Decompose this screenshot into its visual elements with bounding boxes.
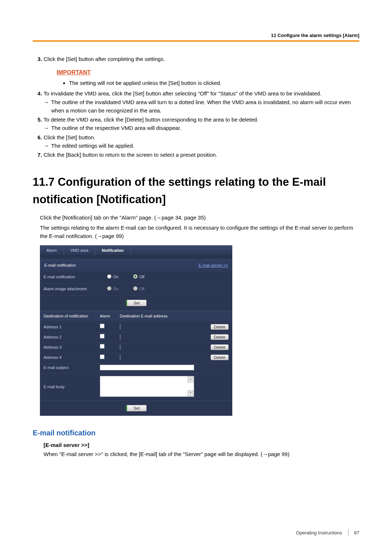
set-button[interactable]: Set	[126, 300, 147, 306]
radio-icon	[107, 286, 111, 291]
radio-off-label: Off	[139, 275, 144, 279]
step-5-result-text: The outline of the respective VMD area w…	[51, 124, 181, 132]
address-row-3: Address 3 Delete	[40, 342, 232, 352]
tab-vmd-area[interactable]: VMD area	[64, 245, 95, 256]
address-row-1: Address 1 Delete	[40, 322, 232, 332]
row-email-notification-value: On Off	[103, 272, 232, 282]
address-4-delete-button[interactable]: Delete	[211, 354, 229, 360]
tab-alarm[interactable]: Alarm	[40, 245, 64, 256]
important-bullets: The setting will not be applied unless t…	[69, 79, 359, 87]
section-intro-2: The settings relating to the alarm E-mai…	[40, 223, 359, 241]
arrow-icon: →	[44, 124, 51, 132]
arrow-icon: →	[156, 214, 162, 221]
dest-col-notification: Destination of notification	[44, 313, 100, 319]
step-6-result-text: The edited settings will be applied.	[51, 141, 134, 150]
footer-doc-title: Operating Instructions	[296, 530, 342, 535]
address-4-label: Address 4	[44, 354, 100, 361]
address-4-alarm-checkbox[interactable]	[100, 354, 105, 359]
step-4: To invalidate the VMD area, click the [S…	[44, 89, 359, 115]
email-server-desc: When "E-mail server >>" is clicked, the …	[44, 450, 359, 458]
dest-col-alarm: Alarm	[100, 313, 120, 319]
email-body-row: E-mail body ▲ ▼	[40, 373, 232, 400]
intro-1a: Click the [Notification] tab on the "Ala…	[40, 214, 156, 221]
radio-attach-off: Off	[133, 286, 144, 292]
section-heading: 11.7 Configuration of the settings relat…	[33, 173, 359, 208]
address-4-email-input[interactable]	[120, 355, 121, 360]
email-subject-input[interactable]	[100, 365, 194, 370]
email-body-textarea[interactable]: ▲ ▼	[100, 376, 194, 397]
address-2-label: Address 2	[44, 334, 100, 340]
step-list: Click the [Set] button after completing …	[33, 55, 359, 159]
address-3-delete-button[interactable]: Delete	[211, 344, 229, 350]
set-button[interactable]: Set	[126, 405, 147, 411]
scroll-up-icon[interactable]: ▲	[188, 377, 193, 382]
step-7: Click the [Back] button to return to the…	[44, 151, 359, 159]
row-email-notification-label: E-mail notification	[40, 271, 103, 283]
step-5-text: To delete the VMD area, click the [Delet…	[44, 116, 258, 123]
destination-header: Destination of notification Alarm Destin…	[40, 311, 232, 322]
radio-icon	[133, 274, 138, 279]
radio-email-off[interactable]: Off	[133, 274, 144, 280]
arrow-icon: →	[44, 98, 51, 106]
arrow-icon: →	[44, 141, 51, 150]
address-3-alarm-checkbox[interactable]	[100, 344, 105, 349]
important-heading: IMPORTANT	[57, 68, 359, 77]
step-6: Click the [Set] button. → The edited set…	[44, 133, 359, 150]
tab-row: Alarm VMD area Notification	[40, 245, 232, 256]
email-server-desc-a: When "E-mail server >>" is clicked, the …	[44, 451, 262, 457]
address-row-2: Address 2 Delete	[40, 332, 232, 342]
section-intro-1: Click the [Notification] tab on the "Ala…	[40, 213, 359, 222]
footer-divider	[348, 529, 348, 536]
email-server-title: [E-mail server >>]	[44, 441, 359, 449]
radio-icon	[133, 286, 138, 291]
radio-off-label-disabled: Off	[139, 287, 144, 291]
radio-on-label: On	[113, 275, 119, 279]
step-6-text: Click the [Set] button.	[44, 134, 95, 140]
step-7-text: Click the [Back] button to return to the…	[44, 152, 217, 158]
row-alarm-image-attachment: Alarm image attachment On Off	[40, 283, 232, 295]
address-1-label: Address 1	[44, 324, 100, 330]
address-row-4: Address 4 Delete	[40, 353, 232, 363]
address-1-alarm-checkbox[interactable]	[100, 324, 105, 328]
address-3-email-input[interactable]	[120, 345, 121, 350]
row-alarm-image-value: On Off	[103, 284, 232, 294]
intro-1b: page 34, page 35)	[162, 214, 206, 221]
step-5-result: → The outline of the respective VMD area…	[44, 124, 359, 132]
radio-attach-on: On	[107, 286, 119, 292]
address-3-label: Address 3	[44, 344, 100, 350]
step-4-result: → The outline of the invalidated VMD are…	[44, 98, 359, 115]
email-subject-label: E-mail subject	[44, 365, 100, 371]
address-2-email-input[interactable]	[120, 335, 121, 340]
page-footer: Operating Instructions 87	[296, 529, 359, 536]
step-4-text: To invalidate the VMD area, click the [S…	[44, 90, 322, 97]
footer-page-number: 87	[354, 530, 359, 535]
email-server-link[interactable]: E-mail server >>	[199, 262, 228, 268]
step-4-result-text: The outline of the invalidated VMD area …	[51, 98, 359, 115]
step-5: To delete the VMD area, click the [Delet…	[44, 115, 359, 132]
page-header-chapter: 11 Configure the alarm settings [Alarm]	[33, 33, 359, 40]
intro-2a: The settings relating to the alarm E-mai…	[40, 225, 353, 239]
email-notification-section-header: E-mail notification E-mail server >>	[40, 260, 232, 271]
scroll-down-icon[interactable]: ▼	[188, 390, 193, 396]
dest-col-email: Destination E-mail address	[120, 313, 167, 319]
email-notification-subheading: E-mail notification	[33, 427, 359, 439]
row-email-notification: E-mail notification On Off	[40, 271, 232, 283]
address-1-delete-button[interactable]: Delete	[211, 324, 229, 330]
address-2-alarm-checkbox[interactable]	[100, 334, 105, 338]
tab-notification[interactable]: Notification	[95, 245, 131, 256]
email-notification-section-label: E-mail notification	[44, 262, 76, 268]
email-body-label: E-mail body	[44, 376, 100, 390]
set-button-row-2: Set	[40, 400, 232, 416]
email-subject-row: E-mail subject	[40, 363, 232, 373]
arrow-icon: →	[262, 451, 268, 457]
address-2-delete-button[interactable]: Delete	[211, 334, 229, 340]
radio-on-label-disabled: On	[113, 287, 119, 291]
intro-2b: page 99)	[102, 233, 124, 239]
step-3-text: Click the [Set] button after completing …	[44, 56, 165, 62]
radio-icon	[107, 274, 111, 279]
step-6-result: → The edited settings will be applied.	[44, 141, 359, 150]
step-3: Click the [Set] button after completing …	[44, 55, 359, 87]
address-1-email-input[interactable]	[120, 324, 121, 329]
notification-panel: Alarm VMD area Notification E-mail notif…	[40, 245, 232, 415]
radio-email-on[interactable]: On	[107, 274, 119, 280]
